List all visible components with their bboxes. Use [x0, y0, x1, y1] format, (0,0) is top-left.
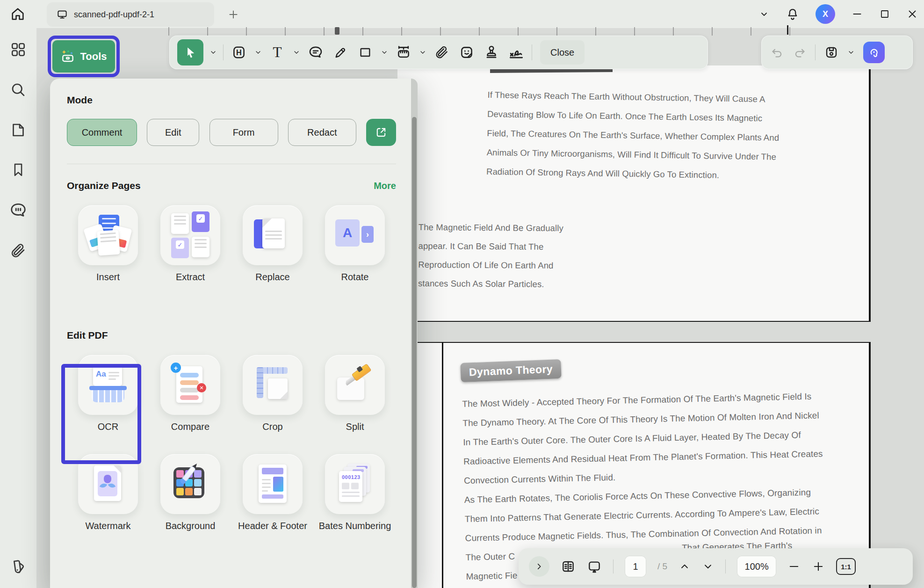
page-total-label: / 5 [657, 561, 667, 572]
panel-scrollbar-thumb[interactable] [412, 117, 417, 588]
tools-label: Tools [80, 51, 107, 63]
watermark-illustration [87, 463, 130, 506]
zoom-out-button[interactable] [787, 560, 801, 573]
measure-chevron-icon[interactable] [419, 49, 426, 56]
next-page-button[interactable] [702, 560, 714, 573]
bookmark-icon[interactable] [10, 162, 26, 178]
redo-icon[interactable] [793, 45, 807, 59]
external-link-icon [375, 126, 388, 139]
close-toolbar-button[interactable]: Close [540, 40, 585, 65]
tile-replace[interactable]: Replace [231, 205, 314, 283]
organize-pages-title: Organize Pages [67, 180, 141, 191]
edit-pdf-tiles-row1: Aa OCR + ✕ Compare [67, 355, 396, 433]
stamp-tool-button[interactable] [482, 41, 501, 64]
select-tool-button[interactable] [177, 39, 203, 65]
updf-app-window: If These Rays Reach The Earth Without Ob… [0, 0, 924, 588]
svg-text:T: T [273, 44, 282, 60]
mode-redact-button[interactable]: Redact [288, 119, 356, 146]
tools-panel: Mode Comment Edit Form Redact Organize P… [50, 79, 418, 588]
window-close-icon[interactable] [906, 8, 918, 20]
ai-assistant-button[interactable] [863, 42, 885, 63]
window-minimize-icon[interactable] [851, 8, 863, 20]
tile-watermark[interactable]: Watermark [67, 454, 149, 532]
dashboard-grid-icon[interactable] [10, 41, 27, 58]
home-icon [10, 6, 26, 22]
crop-illustration [251, 363, 294, 407]
page1-clipped-paragraph: The Magnetic Field And Be Gradually appe… [418, 218, 563, 294]
select-tool-chevron-icon[interactable] [209, 49, 217, 56]
tile-bates-numbering[interactable]: 000123 Bates Numbering [314, 454, 396, 532]
tile-header-footer[interactable]: Header & Footer [231, 454, 314, 532]
monitor-icon [56, 8, 68, 21]
tile-crop[interactable]: Crop [231, 355, 314, 433]
expand-bar-button[interactable] [529, 556, 549, 577]
tile-ocr[interactable]: Aa OCR [67, 355, 149, 433]
edit-pdf-title: Edit PDF [67, 330, 396, 341]
replace-illustration [251, 214, 294, 257]
toolbar-divider [815, 44, 816, 60]
tile-rotate[interactable]: A › Rotate [314, 205, 396, 283]
notifications-bell-icon[interactable] [786, 7, 800, 21]
bar-divider [725, 559, 726, 573]
highlight-tool-button[interactable]: H [230, 41, 248, 64]
measure-tool-button[interactable] [394, 41, 413, 64]
signature-tool-button[interactable] [507, 41, 526, 64]
page-thumbnails-icon[interactable] [10, 122, 27, 138]
tile-split[interactable]: Split [314, 355, 396, 433]
search-icon[interactable] [10, 81, 27, 98]
stamp-icon [484, 44, 499, 60]
ai-assistant-icon [867, 46, 881, 59]
save-icon[interactable] [824, 45, 839, 60]
comment-tool-button[interactable] [306, 41, 325, 64]
measure-ruler-icon [396, 44, 411, 60]
sticker-tool-button[interactable] [457, 41, 476, 64]
panel-scrollbar-track[interactable] [411, 79, 418, 588]
tab-title: scanned-pdf-updf-2-1 [74, 10, 154, 20]
page-layout-button[interactable] [561, 559, 576, 574]
shape-chevron-icon[interactable] [381, 49, 388, 56]
zoom-in-button[interactable] [812, 560, 825, 573]
save-chevron-icon[interactable] [847, 49, 855, 56]
document-tab[interactable]: scanned-pdf-updf-2-1 [47, 2, 214, 27]
color-swatches-icon[interactable] [10, 558, 27, 575]
highlight-icon: H [231, 44, 247, 60]
home-button[interactable] [7, 4, 28, 24]
toolbox-icon [60, 49, 75, 64]
window-maximize-icon[interactable] [879, 8, 890, 20]
mode-comment-button[interactable]: Comment [67, 119, 137, 146]
pencil-tool-button[interactable] [331, 41, 350, 64]
zoom-level-input[interactable]: 100% [737, 556, 776, 577]
shape-tool-button[interactable] [356, 41, 375, 64]
window-chevron-down-icon[interactable] [758, 8, 770, 20]
actual-size-button[interactable]: 1:1 [836, 558, 856, 575]
extract-illustration: ✓ ✓ [169, 214, 212, 257]
left-sidebar [0, 28, 36, 588]
comment-bubble-icon [308, 44, 324, 60]
user-avatar[interactable]: X [816, 4, 835, 24]
tile-insert[interactable]: Insert [67, 205, 149, 283]
open-in-new-window-button[interactable] [366, 119, 396, 146]
attachments-icon[interactable] [10, 242, 27, 259]
text-chevron-icon[interactable] [293, 49, 300, 56]
mode-form-button[interactable]: Form [209, 119, 278, 146]
minus-icon [787, 560, 801, 573]
comments-icon[interactable] [9, 201, 27, 219]
highlight-chevron-icon[interactable] [254, 49, 262, 56]
page-number-input[interactable]: 1 [625, 556, 646, 577]
attach-tool-button[interactable] [433, 41, 451, 64]
dynamo-theory-heading: Dynamo Theory [460, 359, 561, 382]
rectangle-shape-icon [358, 45, 373, 60]
presentation-mode-button[interactable] [587, 559, 602, 574]
organize-more-link[interactable]: More [374, 181, 396, 191]
signature-icon [507, 44, 525, 61]
tile-compare[interactable]: + ✕ Compare [149, 355, 231, 433]
tile-background[interactable]: Background [149, 454, 231, 532]
tools-button[interactable]: Tools [52, 40, 115, 73]
mode-edit-button[interactable]: Edit [147, 119, 199, 146]
history-save-toolbar [761, 36, 913, 69]
previous-page-button[interactable] [679, 560, 691, 573]
tile-extract[interactable]: ✓ ✓ Extract [149, 205, 231, 283]
text-tool-button[interactable]: T [268, 41, 287, 64]
undo-icon[interactable] [770, 45, 784, 59]
new-tab-button[interactable] [224, 6, 242, 23]
